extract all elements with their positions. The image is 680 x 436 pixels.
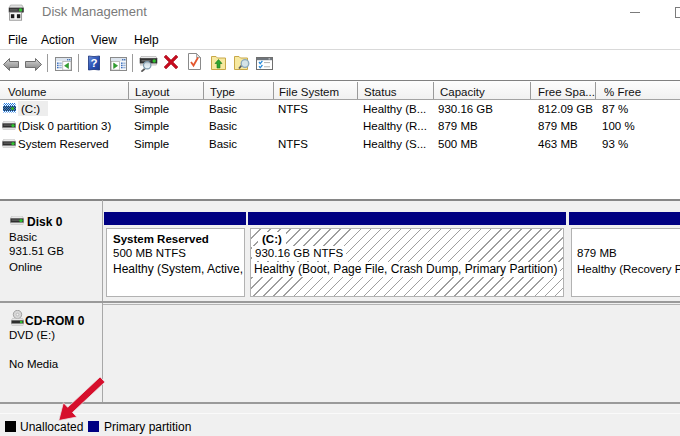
svg-text:?: ? [90,57,97,69]
